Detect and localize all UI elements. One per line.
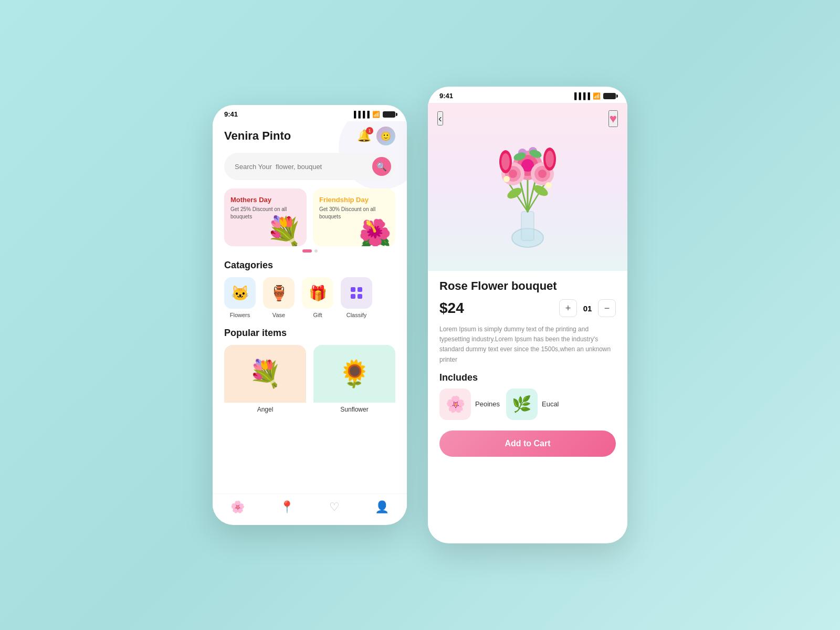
popular-sunflower[interactable]: 🌻 Sunflower bbox=[313, 345, 395, 414]
banner-container: Mothers Day Get 25% Discount on all bouq… bbox=[224, 188, 395, 246]
gift-icon: 🎁 bbox=[309, 285, 327, 302]
product-price: $24 bbox=[439, 300, 551, 317]
phone-left-content: Venira Pinto 🔔 1 🙂 🔍 Mothers Day Get 25%… bbox=[213, 121, 407, 522]
back-button[interactable]: ‹ bbox=[437, 111, 443, 125]
heart-outline-icon: ♡ bbox=[329, 500, 340, 514]
left-phone: 9:41 ▐▐▐▐ 📶 Venira Pinto 🔔 1 🙂 🔍 bbox=[213, 105, 407, 525]
banner-pink-flower: 💐 bbox=[266, 217, 302, 246]
product-main-image bbox=[475, 117, 580, 268]
signal-icon-r: ▐▐▐▐ bbox=[572, 92, 590, 100]
gift-icon-wrap: 🎁 bbox=[302, 277, 333, 309]
right-phone: 9:41 ▐▐▐▐ 📶 ‹ ♥ bbox=[428, 87, 627, 543]
popular-title: Popular items bbox=[224, 328, 395, 339]
search-bar: 🔍 bbox=[224, 153, 395, 180]
wifi-icon-r: 📶 bbox=[593, 92, 601, 100]
classify-label: Classify bbox=[346, 312, 367, 318]
search-input[interactable] bbox=[235, 163, 372, 171]
categories-list: 🐱 Flowers 🏺 Vase 🎁 Gift bbox=[224, 277, 395, 318]
bottom-nav: 🌸 📍 ♡ 👤 bbox=[213, 494, 407, 522]
peoines-label: Peoines bbox=[475, 400, 500, 408]
svg-point-23 bbox=[501, 153, 510, 170]
category-gift[interactable]: 🎁 Gift bbox=[302, 277, 333, 318]
product-description: Lorem Ipsum is simply dummy text of the … bbox=[439, 324, 616, 365]
bouquet-svg bbox=[475, 117, 580, 254]
status-icons-left: ▐▐▐▐ 📶 bbox=[352, 111, 395, 118]
sunflower-label: Sunflower bbox=[313, 403, 395, 414]
dot-2[interactable] bbox=[314, 249, 318, 253]
quantity-control: + 01 − bbox=[559, 299, 616, 317]
add-to-cart-button[interactable]: Add to Cart bbox=[439, 430, 616, 457]
nav-profile[interactable]: 👤 bbox=[375, 500, 389, 514]
category-vase[interactable]: 🏺 Vase bbox=[263, 277, 295, 318]
includes-title: Includes bbox=[439, 372, 616, 383]
heart-filled-icon: ♥ bbox=[610, 111, 617, 125]
quantity-increment-button[interactable]: + bbox=[559, 299, 577, 317]
search-button[interactable]: 🔍 bbox=[372, 157, 391, 176]
signal-icon: ▐▐▐▐ bbox=[352, 111, 370, 118]
status-bar-right: 9:41 ▐▐▐▐ 📶 bbox=[428, 87, 627, 103]
svg-point-11 bbox=[506, 185, 523, 201]
right-phone-content: ‹ ♥ bbox=[428, 103, 627, 541]
peoines-icon: 🌸 bbox=[446, 395, 465, 413]
banner-friendship-day[interactable]: Friendship Day Get 30% Discount on all b… bbox=[313, 188, 395, 246]
product-name: Rose Flower bouquet bbox=[439, 279, 616, 293]
carousel-dots bbox=[224, 249, 395, 253]
banner-mothers-day[interactable]: Mothers Day Get 25% Discount on all bouq… bbox=[224, 188, 307, 246]
time-right: 9:41 bbox=[439, 92, 453, 100]
header-row: Venira Pinto 🔔 1 🙂 bbox=[224, 121, 395, 153]
user-name: Venira Pinto bbox=[224, 129, 291, 143]
location-icon: 📍 bbox=[280, 500, 294, 514]
flowers-label: Flowers bbox=[230, 312, 250, 318]
vase-icon-wrap: 🏺 bbox=[263, 277, 295, 309]
gift-label: Gift bbox=[313, 312, 322, 318]
price-row: $24 + 01 − bbox=[439, 299, 616, 317]
svg-point-21 bbox=[538, 170, 547, 178]
quantity-value: 01 bbox=[581, 304, 594, 313]
svg-point-29 bbox=[545, 182, 552, 188]
peoines-icon-wrap: 🌸 bbox=[439, 388, 471, 420]
category-classify[interactable]: Classify bbox=[341, 277, 372, 318]
svg-rect-1 bbox=[358, 287, 362, 292]
popular-angel[interactable]: 💐 Angel bbox=[224, 345, 306, 414]
svg-point-18 bbox=[509, 170, 517, 178]
angel-image: 💐 bbox=[224, 345, 306, 403]
status-bar-left: 9:41 ▐▐▐▐ 📶 bbox=[213, 105, 407, 121]
battery-icon bbox=[383, 111, 395, 118]
eucal-icon-wrap: 🌿 bbox=[506, 388, 538, 420]
svg-point-28 bbox=[503, 176, 510, 182]
svg-rect-3 bbox=[358, 294, 362, 299]
product-details: Rose Flower bouquet $24 + 01 − Lorem Ips… bbox=[428, 271, 627, 541]
battery-icon-r bbox=[603, 93, 616, 99]
nav-location[interactable]: 📍 bbox=[280, 500, 294, 514]
svg-rect-5 bbox=[521, 212, 534, 240]
favorite-button[interactable]: ♥ bbox=[608, 110, 618, 127]
flowers-icon-wrap: 🐱 bbox=[224, 277, 256, 309]
vase-label: Vase bbox=[272, 312, 285, 318]
nav-favorites[interactable]: ♡ bbox=[329, 500, 340, 514]
classify-icon-wrap bbox=[341, 277, 372, 309]
search-icon: 🔍 bbox=[376, 162, 387, 172]
quantity-decrement-button[interactable]: − bbox=[598, 299, 616, 317]
status-icons-right: ▐▐▐▐ 📶 bbox=[572, 92, 616, 100]
svg-rect-0 bbox=[351, 287, 355, 292]
dot-1[interactable] bbox=[302, 249, 312, 253]
header-icons: 🔔 1 🙂 bbox=[357, 127, 395, 145]
popular-grid: 💐 Angel 🌻 Sunflower bbox=[224, 345, 395, 414]
product-image-area: ‹ ♥ bbox=[428, 103, 627, 271]
categories-title: Catagories bbox=[224, 260, 395, 271]
home-flower-icon: 🌸 bbox=[230, 500, 245, 514]
avatar[interactable]: 🙂 bbox=[376, 127, 395, 145]
svg-rect-2 bbox=[351, 294, 355, 299]
banner-yellow-title: Friendship Day bbox=[319, 196, 389, 204]
eucal-label: Eucal bbox=[542, 400, 559, 408]
include-peoines: 🌸 Peoines bbox=[439, 388, 500, 420]
bell-button[interactable]: 🔔 1 bbox=[357, 129, 371, 143]
profile-icon: 👤 bbox=[375, 500, 389, 514]
includes-row: 🌸 Peoines 🌿 Eucal bbox=[439, 388, 616, 420]
vase-icon: 🏺 bbox=[270, 285, 288, 302]
category-flowers[interactable]: 🐱 Flowers bbox=[224, 277, 256, 318]
nav-home[interactable]: 🌸 bbox=[230, 500, 245, 514]
banner-yellow-flower: 🌺 bbox=[359, 220, 391, 246]
notification-badge: 1 bbox=[366, 127, 373, 134]
include-eucal: 🌿 Eucal bbox=[506, 388, 559, 420]
